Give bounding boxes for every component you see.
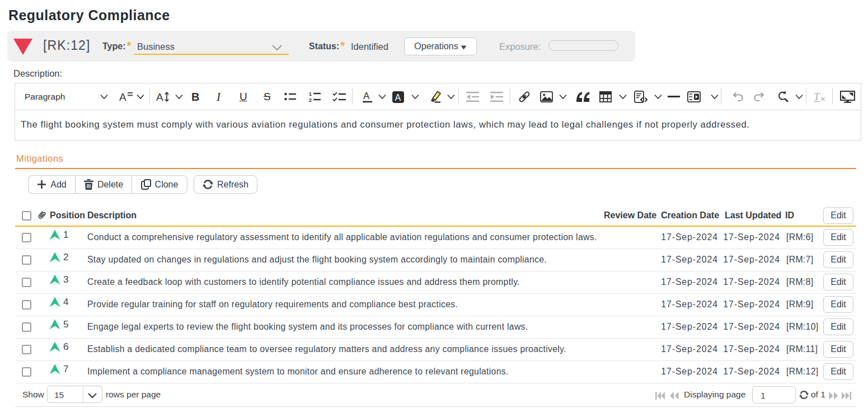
svg-text:A: A — [395, 92, 401, 102]
svg-text:A: A — [119, 91, 126, 103]
svg-text:1: 1 — [309, 91, 312, 97]
svg-text:2: 2 — [309, 97, 312, 102]
svg-text:A: A — [363, 91, 370, 101]
svg-text:A: A — [156, 91, 163, 103]
